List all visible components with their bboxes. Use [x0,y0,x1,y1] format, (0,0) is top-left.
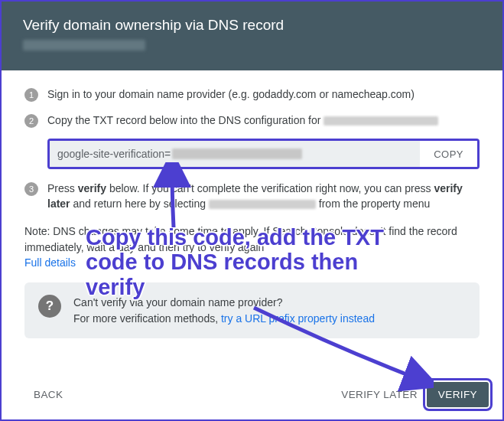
verify-dns-modal: Verify domain ownership via DNS record 1… [0,0,504,421]
step-2-badge: 2 [24,114,38,128]
verify-button[interactable]: VERIFY [427,382,489,407]
step-3-text: Press verify below. If you can't complet… [47,181,480,211]
help-icon: ? [38,295,61,318]
redacted-txt-value [172,148,302,159]
step-3: 3 Press verify below. If you can't compl… [24,181,480,211]
copy-button[interactable]: COPY [420,141,477,167]
verify-later-button[interactable]: VERIFY LATER [332,383,427,406]
url-prefix-link[interactable]: try a URL prefix property instead [221,312,375,325]
note-block: Note: DNS changes may take some time to … [24,224,480,270]
info-text: Can't verify via your domain name provid… [73,295,375,326]
redacted-domain-2 [209,200,316,209]
redacted-domain-1 [324,116,438,126]
modal-title: Verify domain ownership via DNS record [23,17,481,34]
txt-record-value[interactable]: google-site-verification= [50,141,420,167]
back-button[interactable]: BACK [24,383,72,406]
step-3-badge: 3 [24,182,38,196]
modal-header: Verify domain ownership via DNS record [2,2,502,70]
step-2: 2 Copy the TXT record below into the DNS… [24,113,480,129]
info-title: Can't verify via your domain name provid… [73,296,282,308]
full-details-link[interactable]: Full details [24,256,76,269]
modal-footer: BACK VERIFY LATER VERIFY [2,373,502,419]
step-1-text: Sign in to your domain name provider (e.… [47,87,480,103]
step-1: 1 Sign in to your domain name provider (… [24,87,480,103]
step-2-text: Copy the TXT record below into the DNS c… [47,113,480,129]
modal-body: 1 Sign in to your domain name provider (… [2,70,502,373]
info-box: ? Can't verify via your domain name prov… [24,282,480,338]
step-1-badge: 1 [24,88,38,102]
txt-record-row: google-site-verification= COPY [47,139,480,169]
note-text: Note: DNS changes may take some time to … [24,225,457,253]
redacted-email [23,40,145,51]
